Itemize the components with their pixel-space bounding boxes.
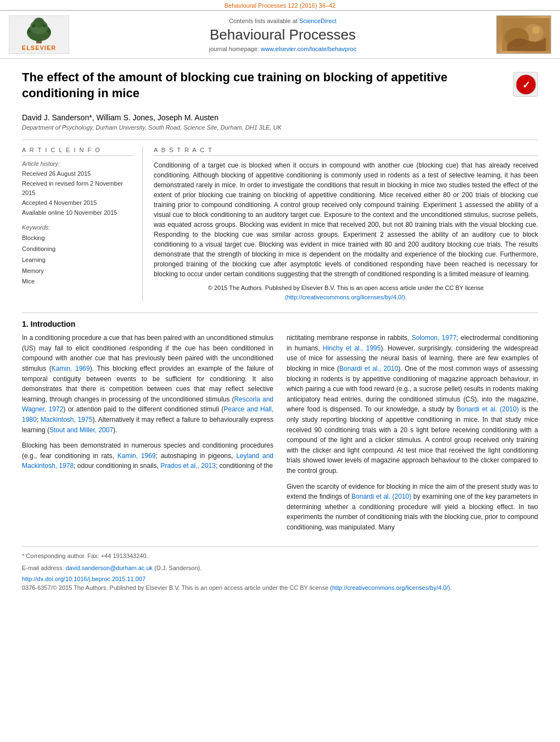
author-email-link[interactable]: david.sanderson@durham.ac.uk: [65, 565, 153, 571]
journal-center: Contents lists available at ScienceDirec…: [69, 18, 496, 52]
affiliation: Department of Psychology, Durham Univers…: [22, 124, 538, 131]
crossmark-icon: ✓: [516, 74, 536, 95]
ref-mackintosh[interactable]: Mackintosh, 1975: [41, 416, 93, 423]
history-item-3: Accepted 4 November 2015: [22, 198, 133, 208]
abstract-column: A B S T R A C T Conditioning of a target…: [154, 147, 538, 302]
footnote-star: * Corresponding author. Fax: +44 1913343…: [22, 551, 538, 561]
ref-stout-miller[interactable]: Stout and Miller, 2007: [49, 426, 113, 434]
keyword-4: Memory: [22, 266, 133, 277]
copyright-notice: © 2015 The Authors. Published by Elsevie…: [154, 283, 538, 302]
body-paragraph-3: nictitating membrane response in rabbits…: [287, 333, 538, 476]
footer-area: * Corresponding author. Fax: +44 1913343…: [22, 546, 538, 590]
keyword-3: Learning: [22, 255, 133, 266]
main-content: ✓ The effect of the amount of blocking c…: [0, 59, 560, 602]
elsevier-logo: ELSEVIER: [9, 15, 69, 54]
elsevier-label: ELSEVIER: [22, 44, 56, 51]
elsevier-tree-icon: [17, 16, 61, 44]
footnote-email: E-mail address: david.sanderson@durham.a…: [22, 564, 538, 573]
svg-point-3: [33, 18, 44, 27]
svg-point-6: [32, 24, 35, 27]
abstract-text: Conditioning of a target cue is blocked …: [154, 160, 538, 302]
ref-solomon[interactable]: Solomon, 1977: [412, 334, 457, 342]
body-paragraph-4: Given the scarcity of evidence for block…: [287, 482, 538, 533]
article-title: The effect of the amount of blocking cue…: [22, 70, 472, 101]
svg-point-4: [27, 30, 31, 33]
history-item-4: Available online 10 November 2015: [22, 208, 133, 218]
ref-bonardi-2010c[interactable]: Bonardi et al. (2010): [351, 493, 411, 500]
svg-point-11: [532, 26, 540, 34]
keywords-list: Blocking Conditioning Learning Memory Mi…: [22, 233, 133, 287]
journal-thumbnail: [496, 15, 551, 54]
svg-point-7: [43, 24, 46, 27]
article-history: Received 26 August 2015 Received in revi…: [22, 169, 133, 217]
body-paragraph-1: In a conditioning procedure a cue that h…: [22, 333, 273, 435]
ref-kamin-1969[interactable]: Kamin, 1969: [52, 365, 90, 372]
ref-bonardi-2010b[interactable]: Bonardi et al. (2010): [457, 405, 519, 413]
footer-license: 0376-6357/© 2015 The Authors. Published …: [22, 584, 538, 591]
homepage-link[interactable]: www.elsevier.com/locate/behavproc: [261, 46, 356, 52]
info-abstract-section: A R T I C L E I N F O Article history: R…: [22, 147, 538, 302]
authors: David J. Sanderson*, William S. Jones, J…: [22, 113, 538, 122]
footer-license-link[interactable]: (http://creativecommons.org/licenses/by/…: [330, 584, 452, 591]
article-info-heading: A R T I C L E I N F O: [22, 147, 133, 156]
cc-license-link[interactable]: (http://creativecommons.org/licenses/by/…: [285, 294, 407, 300]
crossmark-badge[interactable]: ✓: [513, 72, 538, 97]
journal-reference: Behavioural Processes 122 (2016) 36–42: [0, 0, 560, 10]
history-item-2: Received in revised form 2 November 2015: [22, 179, 133, 198]
history-item-1: Received 26 August 2015: [22, 169, 133, 179]
keyword-2: Conditioning: [22, 244, 133, 255]
body-right-column: nictitating membrane response in rabbits…: [287, 333, 538, 538]
history-label: Article history:: [22, 160, 133, 167]
sciencedirect-link[interactable]: ScienceDirect: [299, 18, 337, 24]
journal-homepage: journal homepage: www.elsevier.com/locat…: [80, 46, 485, 52]
svg-point-5: [47, 30, 51, 33]
keyword-5: Mice: [22, 276, 133, 287]
ref-bonardi-2010[interactable]: Bonardi et al., 2010: [339, 365, 398, 372]
article-info-column: A R T I C L E I N F O Article history: R…: [22, 147, 143, 302]
doi-link[interactable]: http://dx.doi.org/10.1016/j.beproc.2015.…: [22, 576, 145, 582]
keyword-1: Blocking: [22, 233, 133, 244]
keywords-label: Keywords:: [22, 224, 133, 231]
body-paragraph-2: Blocking has been demonstrated in numero…: [22, 440, 273, 471]
body-left-column: In a conditioning procedure a cue that h…: [22, 333, 273, 538]
divider-1: [22, 140, 538, 140]
journal-header: ELSEVIER Contents lists available at Sci…: [0, 10, 560, 59]
ref-prados[interactable]: Prados et al., 2013: [160, 462, 216, 470]
ref-kamin-1969b[interactable]: Kamin, 1969: [117, 452, 156, 460]
body-content: In a conditioning procedure a cue that h…: [22, 333, 538, 538]
abstract-heading: A B S T R A C T: [154, 147, 538, 156]
journal-cover-icon: [499, 18, 551, 51]
footer-doi: http://dx.doi.org/10.1016/j.beproc.2015.…: [22, 576, 538, 582]
svg-text:✓: ✓: [522, 80, 530, 91]
section-1-title: 1. Introduction: [22, 320, 538, 328]
title-section: ✓ The effect of the amount of blocking c…: [22, 70, 538, 108]
ref-hinchy[interactable]: Hinchy et al., 1995: [323, 344, 380, 352]
journal-title: Behavioural Processes: [80, 26, 485, 43]
journal-thumb-image: [497, 16, 551, 53]
divider-2: [22, 313, 538, 313]
contents-line: Contents lists available at ScienceDirec…: [80, 18, 485, 24]
